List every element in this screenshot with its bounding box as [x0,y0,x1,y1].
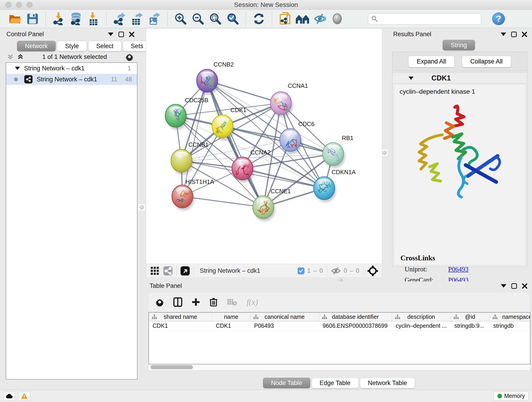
cloud-button[interactable] [3,391,15,401]
maximize-panel-icon[interactable] [511,283,517,289]
open-session-button[interactable] [6,11,24,27]
expand-all-icon[interactable] [17,53,24,60]
tab-string[interactable]: String [443,40,475,51]
network-graph[interactable]: CCNB2CCNA1CDC25BCDK1CDC6RB1CCNB1CCNA2CDK… [146,29,382,264]
grid-view-icon[interactable] [150,266,159,275]
column-header-description[interactable]: description [392,313,451,321]
network-edge[interactable] [182,196,263,207]
column-header--id[interactable]: @id [451,313,490,321]
add-column-icon[interactable] [191,298,200,306]
table-cell[interactable]: stringdb [490,321,530,330]
tab-style[interactable]: Style [57,41,87,51]
zoom-fit-button[interactable] [207,11,224,27]
node-label: CCNB1 [188,141,209,148]
export-image-button[interactable] [146,11,163,27]
close-panel-icon[interactable] [129,32,134,37]
collapse-all-button[interactable]: Collapse All [462,56,511,67]
tab-edge-table[interactable]: Edge Table [312,378,359,388]
results-panel-title: Results Panel [393,31,431,38]
zoom-in-button[interactable] [172,11,189,27]
network-collection-row[interactable]: String Network – cdk1 1 [6,63,137,74]
string-documents-button[interactable] [276,11,294,27]
table-settings-gear-icon[interactable] [155,298,164,306]
tab-network-table[interactable]: Network Table [360,378,415,388]
hidden-eye-icon[interactable] [331,267,341,275]
protein-expand-icon[interactable] [409,77,413,80]
table-cell[interactable]: CDK1 [212,321,250,330]
column-type-icon [253,314,259,320]
protein-structure-image [408,100,506,204]
maximize-window-button[interactable] [27,2,32,8]
horizontal-scrollbar[interactable] [148,364,530,370]
refresh-view-button[interactable] [250,11,268,27]
node-table[interactable]: shared namenamecanonical namedatabase id… [148,312,530,364]
float-panel-icon[interactable] [108,32,114,36]
export-network-button[interactable] [111,11,128,27]
zoom-selected-button[interactable] [224,11,241,27]
network-canvas[interactable]: CCNB2CCNA1CDC25BCDK1CDC6RB1CCNB1CCNA2CDK… [146,28,382,278]
import-table-from-file-button[interactable] [85,11,102,27]
protein-header[interactable]: CDK1 [393,73,527,84]
network-node-cdc25b[interactable] [165,104,188,130]
select-columns-icon[interactable] [173,297,182,307]
network-node-ccnb2[interactable] [196,69,219,95]
network-row[interactable]: String Network – cdk1 11 48 [6,74,137,85]
tab-node-table[interactable]: Node Table [263,378,310,388]
selected-checkbox-icon[interactable] [298,268,304,274]
export-table-button[interactable] [128,11,146,27]
tab-select[interactable]: Select [88,41,121,51]
delete-column-icon[interactable] [209,297,218,307]
table-cell[interactable]: P06493 [250,321,319,330]
birdseye-toggle-icon[interactable] [180,266,190,276]
float-panel-icon[interactable] [501,284,506,288]
maximize-panel-icon[interactable] [119,32,124,37]
move-crosshair-icon[interactable] [367,265,378,276]
string-style-icon[interactable] [163,266,173,276]
gear-icon[interactable] [125,53,133,61]
collection-expand-icon[interactable] [15,67,20,70]
table-cell[interactable]: CDK1 [149,321,212,330]
close-window-button[interactable] [6,2,12,8]
table-cell[interactable]: 9606.ENSP00000378699 [319,321,392,330]
column-header-canonical-name[interactable]: canonical name [250,313,319,321]
table-cell[interactable]: cyclin–dependent ... [392,321,451,330]
network-node-ccne1[interactable] [253,196,275,221]
table-cell[interactable]: stringdb:9... [451,321,490,330]
memory-button[interactable]: Memory [494,391,529,401]
tab-network[interactable]: Network [17,41,56,51]
expand-all-button[interactable]: Expand All [408,56,455,67]
hide-glass-effect-button[interactable] [311,11,329,27]
zoom-out-button[interactable] [189,11,207,27]
column-header-database-identifier[interactable]: database identifier [319,313,392,321]
glass-ball-button[interactable] [329,11,346,27]
crosslink-link[interactable]: P06493 [448,265,469,273]
sphere-icon [331,13,343,25]
home-button[interactable] [294,11,311,27]
import-network-from-file-button[interactable] [50,11,67,27]
warnings-button[interactable] [18,391,30,401]
close-panel-icon[interactable] [522,283,527,289]
import-network-from-database-button[interactable] [67,11,85,27]
search-input[interactable] [380,15,478,22]
minimize-window-button[interactable] [16,2,22,8]
network-node-cdkn1a[interactable] [314,177,336,202]
table-row[interactable]: CDK1CDK1P064939606.ENSP00000378699cyclin… [149,321,530,331]
close-panel-icon[interactable] [522,32,527,37]
network-node-ccna2[interactable] [232,157,254,182]
maximize-panel-icon[interactable] [511,32,517,37]
column-header-namespace[interactable]: namespace [490,313,530,321]
help-button[interactable]: ? [492,12,505,25]
column-header-name[interactable]: name [212,313,250,321]
float-panel-icon[interactable] [500,32,506,36]
save-session-button[interactable] [24,11,41,27]
node-label: CCNA2 [250,149,271,156]
network-node-hist1h1a[interactable] [172,185,194,211]
network-node-cdk1[interactable] [212,115,234,140]
scrollbar-thumb[interactable] [151,365,193,369]
column-header-shared-name[interactable]: shared name [149,313,212,321]
collapse-all-icon[interactable] [7,53,14,60]
network-node-rb1[interactable] [323,143,345,168]
network-node-ccna1[interactable] [270,92,293,117]
network-edge[interactable] [207,81,263,207]
left-splitter-handle[interactable] [138,204,145,211]
